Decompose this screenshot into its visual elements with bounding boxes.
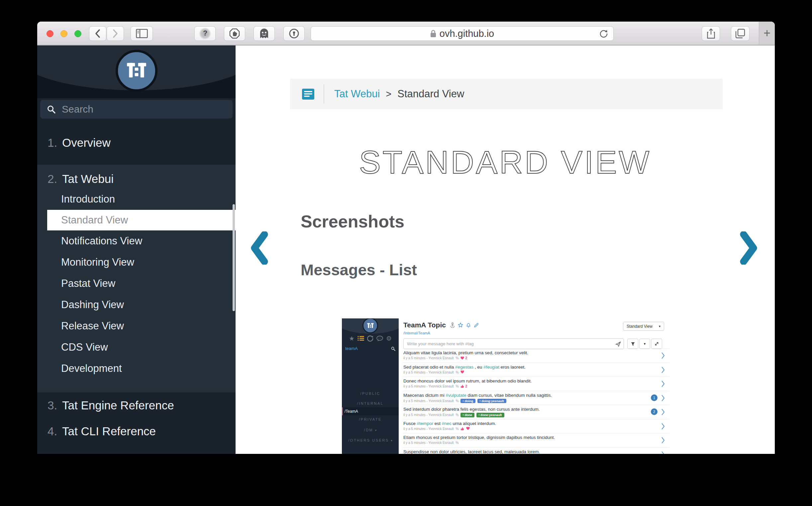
sidebar-item-introduction[interactable]: Introduction <box>37 189 235 210</box>
reload-icon <box>599 29 609 39</box>
plus-icon: + <box>763 26 770 40</box>
reply-count-badge: 2 <box>651 408 658 415</box>
thumbs-up-icon <box>460 385 464 388</box>
sidebar-item-tat-webui[interactable]: 2. Tat Webui <box>37 169 235 189</box>
embed-view-selector-value: Standard View <box>626 324 653 329</box>
embed-tat-logo <box>363 318 378 333</box>
main-content: Tat Webui > Standard View STANDARD VIEW … <box>235 46 775 454</box>
lock-icon <box>430 29 436 37</box>
next-page-button[interactable] <box>739 232 758 266</box>
search-input[interactable] <box>61 103 211 115</box>
sidebar-item-release-view[interactable]: Release View <box>37 316 235 337</box>
open-message-chevron <box>661 423 665 431</box>
pencil-icon <box>474 323 479 328</box>
close-window-button[interactable] <box>47 30 54 37</box>
forward-button[interactable] <box>107 26 124 41</box>
heart-icon <box>460 357 464 360</box>
anchor-icon <box>450 322 455 328</box>
tree-node-internal: /INTERNAL <box>342 401 399 405</box>
label-pill: • done <box>460 413 474 417</box>
embed-search-value: teamA <box>345 346 358 351</box>
reply-count-badge: 1 <box>651 395 658 401</box>
tab-overview-button[interactable] <box>731 26 749 41</box>
breadcrumb-current: Standard View <box>397 88 464 100</box>
sidebar-scrollbar[interactable] <box>233 204 235 311</box>
embed-topic-path: /Internal/TeamA <box>403 331 430 335</box>
address-bar[interactable]: ovh.github.io <box>311 26 614 41</box>
safari-window: ? <box>37 21 775 454</box>
screenshot-stage: ? <box>0 0 812 506</box>
message-meta: il y a 5 minutes - Yvonnick Esnault% <box>403 427 656 431</box>
message-text: Donec rhoncus dolor vel ipsum rutrum, at… <box>403 378 656 384</box>
message-text: Suspendisse non dolor ultricies, laoreet… <box>403 449 656 454</box>
embed-topic-title: TeamA Topic <box>403 321 446 329</box>
zoom-window-button[interactable] <box>74 30 81 37</box>
screenshots-heading: Screenshots <box>301 212 404 232</box>
open-message-chevron <box>661 451 665 454</box>
link-icon: % <box>456 441 459 444</box>
sidebar-item-cds-view[interactable]: CDS View <box>37 337 235 358</box>
sidebar-item-tat-engine-reference[interactable]: 3. Tat Engine Reference <box>37 393 235 418</box>
embed-topic-tree: /PUBLIC /INTERNAL /TeamA /PRIVATE /DM ▾ … <box>342 354 399 454</box>
share-button[interactable] <box>702 26 720 41</box>
link-icon: % <box>456 413 459 417</box>
sidebar-item-overview[interactable]: 1. Overview <box>37 120 235 165</box>
expand-button <box>651 339 662 349</box>
extension-button-3[interactable] <box>253 26 275 41</box>
breadcrumb-link-tat-webui[interactable]: Tat Webui <box>334 88 380 100</box>
tat-webui-screenshot-image[interactable]: ★ <box>342 318 669 454</box>
tat-logo[interactable] <box>116 50 157 92</box>
filter-caret-button: ▾ <box>639 339 650 349</box>
message-row: Sed interdum dolor pharetra felis egesta… <box>403 405 669 419</box>
sidebar-item-notifications-view[interactable]: Notifications View <box>37 231 235 252</box>
expand-arrows-icon <box>655 342 659 346</box>
message-text: Sed placerat odio et nulla #egestas , eu… <box>403 364 656 369</box>
sidebar-item-dashing-view[interactable]: Dashing View <box>37 294 235 316</box>
section-number: 3. <box>48 399 62 412</box>
reaction-count: 2 <box>465 385 467 388</box>
hashtag: #vulputate <box>446 393 466 398</box>
reaction-count: 2 <box>465 356 467 360</box>
sidebar-search[interactable] <box>40 100 233 118</box>
topics-list-icon <box>358 336 364 341</box>
embed-message-composer <box>403 338 624 349</box>
heart-icon <box>460 370 464 374</box>
new-tab-button[interactable]: + <box>759 21 775 45</box>
star-outline-icon <box>458 322 463 328</box>
sidebar-item-development[interactable]: Development <box>37 358 235 379</box>
sidebar-item-standard-view[interactable]: Standard View <box>47 210 235 231</box>
extension-button-4[interactable] <box>283 26 305 41</box>
minimize-window-button[interactable] <box>61 30 67 37</box>
sidebar-item-monitoring-view[interactable]: Monitoring View <box>37 252 235 273</box>
message-row: Etiam rhoncus est pretium tortor tristiq… <box>403 433 669 447</box>
open-message-chevron <box>661 380 665 389</box>
doc-list-icon <box>302 89 314 100</box>
url-text: ovh.github.io <box>440 28 494 39</box>
message-text: Sed interdum dolor pharetra felis egesta… <box>403 407 656 412</box>
message-text: Etiam rhoncus est pretium tortor tristiq… <box>403 435 656 440</box>
history-icon <box>367 335 373 342</box>
sidebar-section-webui: 2. Tat Webui Introduction Standard View … <box>37 165 235 393</box>
extension-button-1[interactable]: ? <box>194 26 216 41</box>
extension-button-2[interactable] <box>224 26 245 41</box>
hashtag: #nec <box>442 421 451 426</box>
previous-page-button[interactable] <box>250 232 269 266</box>
chat-bubble-icon <box>376 336 383 341</box>
message-meta: il y a 5 minutes - Yvonnick Esnault% • d… <box>403 413 656 417</box>
message-text: Fusce #tempor est #nec urna aliquet inte… <box>403 421 656 426</box>
embed-topic-search: teamA <box>342 345 399 354</box>
message-text: Aliquam vitae ligula lacinia, pretium ur… <box>403 350 656 355</box>
sidebar-item-pastat-view[interactable]: Pastat View <box>37 273 235 294</box>
section-label: Overview <box>62 136 110 149</box>
refresh-button[interactable] <box>599 29 609 41</box>
sidebar-item-tat-cli-reference[interactable]: 4. Tat CLI Reference <box>37 418 235 444</box>
sidebar-toggle-button[interactable] <box>131 26 153 41</box>
chevron-right-icon <box>739 232 758 265</box>
tabs-icon <box>735 28 745 38</box>
messages-list-heading: Messages - List <box>301 261 417 279</box>
open-message-chevron <box>661 408 665 417</box>
back-button[interactable] <box>89 26 106 41</box>
section-label: Tat CLI Reference <box>62 425 156 438</box>
caret-down-icon: ▾ <box>375 429 377 432</box>
link-icon: % <box>456 399 459 403</box>
